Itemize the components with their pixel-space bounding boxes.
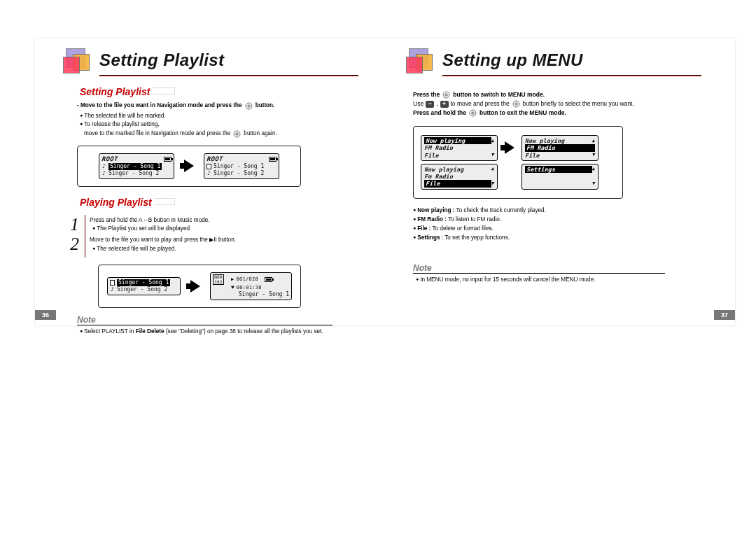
note-body: In MENU mode, no input for 15 seconds wi… bbox=[413, 276, 707, 284]
steps-block: 12 Press and hold the A↔B button in Musi… bbox=[69, 215, 364, 258]
music-note-icon: ♪ bbox=[206, 170, 211, 177]
arrow-right-icon bbox=[190, 280, 200, 293]
svg-point-1 bbox=[248, 105, 250, 107]
subhead-text: Playing Playlist bbox=[77, 197, 155, 208]
subhead-text: Setting Playlist bbox=[77, 86, 153, 97]
step1: Press and hold the A↔B button in Music m… bbox=[90, 216, 236, 225]
lcd-line: Singer - Song 2 bbox=[214, 170, 264, 177]
file-icon bbox=[206, 164, 211, 169]
lcd-track: 001/020 bbox=[236, 276, 258, 283]
title-ornament bbox=[63, 45, 92, 75]
plus-button-icon: + bbox=[440, 101, 449, 108]
menu-instructions: Press the button to switch to MENU mode.… bbox=[413, 90, 707, 118]
note-title: Note bbox=[77, 315, 364, 325]
setting-body: - Move to the file you want in Navigatio… bbox=[77, 101, 364, 139]
svg-point-3 bbox=[236, 132, 238, 134]
title-underline bbox=[99, 75, 358, 76]
lcd-line: Singer - Song 1 bbox=[117, 279, 170, 286]
music-note-icon: ♪ bbox=[102, 163, 106, 170]
nav-button-icon bbox=[244, 101, 253, 111]
lcd-playlist: Singer - Song 1 ♪Singer - Song 2 bbox=[107, 277, 181, 295]
menu-descriptions: Now playing : To check the track current… bbox=[413, 206, 707, 243]
lcd-menu-3: Now playing▲ Fm Radio File▼ bbox=[421, 164, 498, 190]
lcd-root-2: ROOT Singer - Song 1 ♪Singer - Song 2 bbox=[204, 153, 279, 179]
battery-icon bbox=[265, 277, 272, 282]
lcd-time: 00:01:30 bbox=[237, 285, 262, 291]
page-title-row: Setting Playlist bbox=[63, 45, 364, 75]
page-37: Setting up MENU Press the button to swit… bbox=[385, 38, 735, 325]
title-ornament bbox=[406, 45, 435, 75]
subhead-setting: Setting Playlist bbox=[77, 86, 364, 97]
nav-button-icon bbox=[468, 108, 477, 118]
page-title: Setting up MENU bbox=[442, 50, 583, 70]
note-title: Note bbox=[413, 263, 707, 273]
lcd-header: ROOT bbox=[102, 155, 118, 163]
battery-icon bbox=[269, 157, 276, 162]
page-number: 37 bbox=[714, 310, 735, 320]
nav-button-icon bbox=[442, 90, 451, 99]
page-title: Setting Playlist bbox=[99, 50, 224, 70]
lcd-nowplaying: NOR 192 ▶ 001/020 ♥ 00:01:30 Singer - So… bbox=[210, 272, 292, 300]
svg-point-9 bbox=[472, 112, 474, 114]
lcd-root-1: ROOT ♪Singer - Song 1 ♪Singer - Song 2 bbox=[99, 153, 174, 179]
instruction-post: button. bbox=[255, 101, 275, 110]
bullet-release-line2-post: button again. bbox=[244, 129, 276, 138]
arrow-right-icon bbox=[184, 160, 194, 172]
title-underline bbox=[442, 75, 701, 76]
subhead-playing: Playing Playlist bbox=[77, 197, 364, 208]
step-text-col: Press and hold the A↔B button in Music m… bbox=[90, 215, 236, 258]
bullet-release-line2-pre: move to the marked file in Navigation mo… bbox=[84, 129, 230, 138]
page-36: Setting Playlist Setting Playlist - Move… bbox=[35, 38, 385, 325]
battery-icon bbox=[164, 157, 172, 162]
lcd-menu-1: Now playing▲ FM Radio File▼ bbox=[421, 135, 498, 161]
menu-lcd-grid: Now playing▲ FM Radio File▼ Now playing▲… bbox=[413, 126, 623, 199]
bullet-selected: The selected file will be marked. bbox=[80, 112, 364, 120]
step1-bullet: The Playlist you set will be displayed. bbox=[92, 225, 236, 233]
page-number: 36 bbox=[35, 310, 56, 320]
nav-button-icon bbox=[232, 129, 241, 139]
lcd-header: ROOT bbox=[206, 155, 223, 163]
arrow-right-icon bbox=[505, 141, 514, 154]
nav-button-icon bbox=[512, 99, 521, 108]
manual-spread: Setting Playlist Setting Playlist - Move… bbox=[35, 38, 735, 325]
music-note-icon: ♪ bbox=[110, 286, 115, 293]
lcd-line: Singer - Song 2 bbox=[108, 170, 159, 177]
lcd-group-root: ROOT ♪Singer - Song 1 ♪Singer - Song 2 R… bbox=[77, 146, 301, 187]
svg-point-5 bbox=[445, 94, 447, 96]
note-body: Select PLAYLIST in File Delete (see "Del… bbox=[77, 328, 364, 336]
lcd-bitrate: 192 bbox=[214, 279, 223, 284]
lcd-song: Singer - Song 1 bbox=[239, 291, 289, 298]
instruction-pre: - Move to the file you want in Navigatio… bbox=[77, 101, 242, 110]
music-note-icon: ♪ bbox=[102, 170, 106, 177]
svg-point-7 bbox=[514, 103, 517, 105]
step-numbers: 12 bbox=[69, 215, 85, 258]
lcd-group-playing: Singer - Song 1 ♪Singer - Song 2 NOR 192… bbox=[98, 265, 301, 308]
lcd-line: Singer - Song 1 bbox=[214, 163, 264, 170]
page-title-row: Setting up MENU bbox=[406, 45, 707, 75]
lcd-line: Singer - Song 2 bbox=[117, 286, 167, 293]
minus-button-icon: − bbox=[426, 101, 434, 108]
step2-bullet: The selected file will be played. bbox=[92, 245, 236, 253]
lcd-menu-2: Now playing▲ FM Radio File▼ bbox=[522, 135, 598, 161]
lcd-menu-4: Settings▲ ▼ bbox=[522, 164, 598, 190]
lcd-line: Singer - Song 1 bbox=[108, 163, 162, 170]
step2: Move to the file you want to play and pr… bbox=[90, 236, 236, 244]
file-icon bbox=[110, 280, 115, 286]
bullet-release: To release the playlist setting, bbox=[80, 120, 364, 129]
